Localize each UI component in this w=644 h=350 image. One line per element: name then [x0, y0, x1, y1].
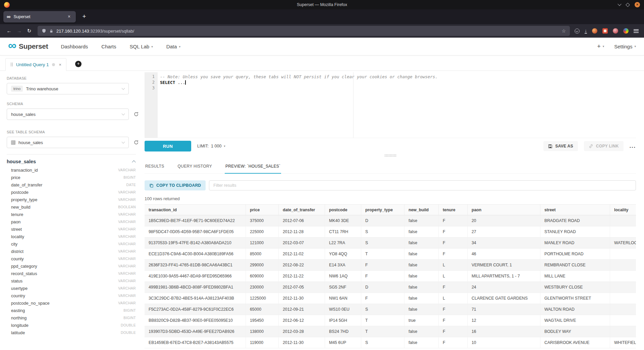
column-header[interactable]: new_build: [405, 204, 439, 215]
column-name: county: [11, 256, 24, 261]
table-row: 98F5DC47-0D05-4D59-95B7-98CA6F1FDE05 225…: [145, 226, 636, 237]
refresh-table-icon[interactable]: [133, 140, 139, 145]
window-minimize-icon[interactable]: [618, 2, 621, 6]
more-actions-button[interactable]: ...: [630, 143, 636, 149]
tab-close-icon[interactable]: ×: [66, 13, 72, 20]
column-header[interactable]: transaction_id: [145, 204, 246, 215]
table-select[interactable]: house_sales: [7, 137, 129, 148]
copy-link-button[interactable]: COPY LINK: [584, 141, 624, 151]
cell-tenure: F: [439, 337, 468, 348]
nav-item[interactable]: Dashboards ▾: [61, 44, 88, 49]
nav-item[interactable]: Data ▾: [166, 44, 180, 49]
database-select[interactable]: trino Trino warehouse: [7, 83, 129, 94]
column-name: postcode: [11, 190, 29, 195]
cell-date-of-transfer: 2012-03-07: [279, 237, 325, 249]
text-cursor: [185, 80, 186, 85]
run-button[interactable]: RUN: [145, 141, 191, 151]
nav-item[interactable]: SQL Lab ▾: [130, 44, 153, 49]
chevron-down-icon: ▾: [151, 45, 153, 48]
add-new-button[interactable]: + ▾: [597, 43, 604, 50]
tracking-shield-icon[interactable]: [42, 29, 46, 33]
column-header[interactable]: locality: [610, 204, 636, 215]
superset-brand[interactable]: ∞ Superset: [8, 42, 48, 50]
download-icon[interactable]: ↓: [585, 28, 587, 34]
column-header[interactable]: price: [246, 204, 279, 215]
query-tab-active[interactable]: Untitled Query 1 ×: [5, 58, 66, 71]
copy-to-clipboard-button[interactable]: COPY TO CLIPBOARD: [145, 180, 206, 190]
add-query-tab-button[interactable]: +: [75, 61, 82, 67]
lock-icon[interactable]: [49, 29, 53, 33]
column-header[interactable]: property_type: [361, 204, 405, 215]
menu-icon[interactable]: [634, 29, 639, 33]
pane-resize-handle[interactable]: [145, 151, 636, 160]
column-header[interactable]: date_of_transfer: [279, 204, 325, 215]
database-value: Trino warehouse: [26, 86, 58, 91]
cell-tenure: L: [439, 293, 468, 304]
cell-locality: [610, 326, 636, 337]
column-name: longitude: [11, 323, 29, 328]
table-value: house_sales: [18, 140, 43, 145]
sql-editor[interactable]: 123 -- Note: Unless you save your query,…: [145, 72, 636, 138]
column-name: city: [11, 242, 17, 247]
save-as-button[interactable]: SAVE AS: [543, 141, 578, 151]
column-name: paon: [11, 219, 20, 224]
chevron-down-icon: ▾: [179, 45, 180, 48]
table-column-row: latitude DOUBLE: [7, 329, 141, 336]
editor-code-area[interactable]: -- Note: Unless you save your query, the…: [158, 72, 636, 138]
url-bar[interactable]: 217.160.120.143:32393/superset/sqllab/ ☆: [38, 26, 570, 36]
table-column-row: paon VARCHAR: [7, 218, 141, 225]
back-icon[interactable]: ←: [4, 26, 14, 36]
results-tab[interactable]: PREVIEW: `HOUSE_SALES`: [225, 160, 281, 174]
chevron-down-icon: ▾: [603, 45, 604, 48]
cell-price: 609000: [246, 271, 279, 282]
table-row: 2636F323-FF41-4765-81DB-98CAA6A43BC1 299…: [145, 260, 636, 271]
table-row: 3C3C29DC-B7B2-4BE5-914A-A38123AF403B 122…: [145, 293, 636, 304]
table-column-row: ppd_category VARCHAR: [7, 262, 141, 270]
refresh-schema-icon[interactable]: [133, 112, 139, 117]
pocket-icon[interactable]: [575, 29, 580, 34]
results-tab[interactable]: RESULTS: [145, 160, 165, 174]
column-header[interactable]: postcode: [325, 204, 361, 215]
window-close-icon[interactable]: ×: [635, 2, 640, 7]
column-header[interactable]: paon: [468, 204, 540, 215]
column-name: record_status: [11, 271, 37, 276]
column-header[interactable]: tenure: [439, 204, 468, 215]
new-tab-button[interactable]: +: [79, 12, 89, 22]
cell-price: 121000: [246, 237, 279, 249]
cell-street: MILL LANE: [540, 271, 610, 282]
nav-item[interactable]: Charts ▾: [101, 44, 116, 49]
column-name: usertype: [11, 286, 28, 291]
limit-dropdown[interactable]: LIMIT: 1 000 ▾: [197, 144, 225, 148]
cell-transaction-id: 193907D3-5DBD-453D-A49E-9FEE27DAB926: [145, 326, 246, 337]
table-column-row: district VARCHAR: [7, 248, 141, 255]
cell-locality: [610, 304, 636, 315]
collapse-chevron-up-icon[interactable]: [132, 160, 136, 164]
url-path: :32393/superset/sqllab/: [89, 29, 134, 34]
results-tab[interactable]: QUERY HISTORY: [177, 160, 213, 174]
window-maximize-icon[interactable]: [626, 3, 630, 7]
cell-price: 85000: [246, 249, 279, 260]
cell-new-build: false: [405, 304, 439, 315]
app-header: ∞ Superset Dashboards ▾ Charts ▾ SQL Lab…: [0, 38, 644, 55]
database-badge: trino: [11, 86, 23, 92]
schema-select[interactable]: house_sales: [7, 108, 129, 120]
extension-icon-3[interactable]: [613, 28, 618, 34]
browser-tab-superset[interactable]: ∞ Superset ×: [3, 11, 76, 23]
forward-icon[interactable]: →: [14, 26, 24, 36]
reload-icon[interactable]: ↻: [24, 26, 34, 36]
chevron-down-icon: ▾: [634, 45, 636, 48]
extension-icon-1[interactable]: [592, 28, 597, 34]
extension-icon-2[interactable]: [602, 28, 608, 34]
query-tab-close-icon[interactable]: ×: [59, 62, 62, 67]
filter-results-input[interactable]: [209, 180, 636, 190]
bookmark-star-icon[interactable]: ☆: [561, 28, 566, 34]
cell-postcode: NW6 1AQ: [325, 271, 361, 282]
table-column-row: price BIGINT: [7, 174, 141, 181]
table-column-row: city VARCHAR: [7, 240, 141, 248]
settings-menu[interactable]: Settings ▾: [614, 44, 636, 49]
url-text[interactable]: 217.160.120.143:32393/superset/sqllab/: [56, 29, 558, 34]
drag-handle-icon[interactable]: [10, 62, 13, 67]
column-type: VARCHAR: [118, 271, 136, 275]
column-header[interactable]: street: [540, 204, 610, 215]
extension-icon-4[interactable]: [623, 28, 629, 34]
